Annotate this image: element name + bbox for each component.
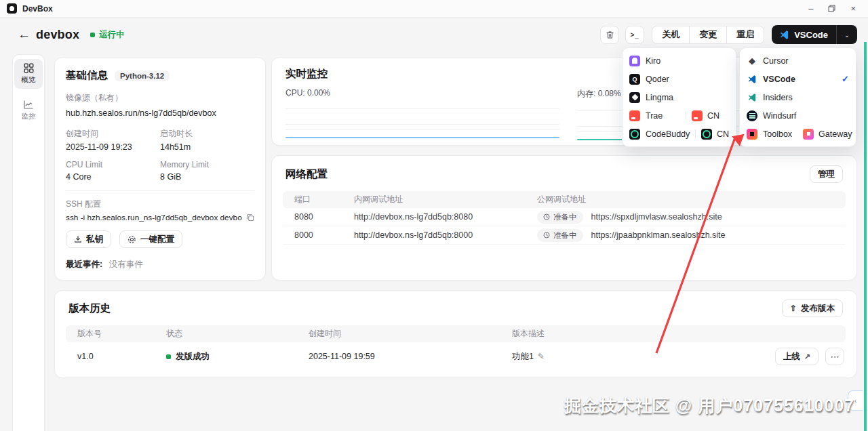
cpu-chart (285, 104, 559, 140)
menu-divider (695, 129, 696, 138)
menu-item-label: Lingma (646, 93, 673, 102)
menu-item-lingma[interactable]: Lingma (623, 88, 736, 106)
open-vscode-button[interactable]: VSCode (772, 25, 836, 44)
restart-button[interactable]: 重启 (726, 26, 764, 44)
menu-item-codebuddy[interactable]: CodeBuddy CN (623, 125, 736, 143)
image-source-value: hub.hzh.sealos.run/ns-lg7dd5qb/devbox (66, 108, 254, 118)
col-status: 状态 (166, 328, 309, 340)
codebuddy-cn-icon (701, 129, 712, 140)
menu-item-windsurf[interactable]: Windsurf (740, 106, 856, 125)
sidebar-item-monitoring[interactable]: 监控 (14, 96, 43, 125)
vscode-icon (779, 30, 789, 40)
network-row: 8000 http://devbox.ns-lg7dd5qb:8000 准备中 … (283, 226, 846, 245)
back-arrow-icon[interactable]: ← (18, 27, 31, 42)
recent-events: 最近事件: 没有事件 (66, 259, 143, 270)
ellipsis-icon: ⋯ (831, 352, 840, 362)
basic-info-card: 基础信息 Python-3.12 镜像源（私有） hub.hzh.sealos.… (54, 57, 266, 281)
version-value: v1.0 (66, 352, 166, 361)
terminal-button[interactable]: >_ (625, 26, 644, 44)
qoder-icon: Q (629, 74, 640, 85)
ide-dropdown-toggle[interactable]: ⌄ (837, 25, 857, 44)
version-description: 功能1 (512, 351, 534, 363)
clock-icon (543, 232, 550, 239)
release-version-label: 发布版本 (801, 303, 835, 314)
codebuddy-icon (629, 129, 640, 140)
menu-item-label: Cursor (763, 56, 789, 66)
cpu-monitor: CPU: 0.00% (285, 88, 559, 142)
release-version-button[interactable]: ⇧ 发布版本 (782, 300, 843, 317)
col-port: 端口 (283, 194, 354, 205)
check-icon: ✓ (842, 74, 849, 84)
network-row: 8080 http://devbox.ns-lg7dd5qb:8080 准备中 … (283, 208, 846, 226)
go-online-button[interactable]: 上线 ↗ (775, 348, 818, 365)
menu-item-label: Qoder (646, 75, 669, 84)
ssh-config-label: SSH 配置 (66, 199, 254, 210)
menu-item-label: CN (707, 111, 719, 121)
edit-description-icon[interactable]: ✎ (538, 352, 545, 361)
one-click-config-button[interactable]: 一键配置 (119, 230, 182, 248)
menu-item-label: Kiro (646, 56, 660, 66)
menu-item-label: Trae (646, 111, 663, 121)
cpu-chart-line (285, 137, 559, 138)
status-badge: 运行中 (90, 29, 125, 41)
lingma-icon (629, 92, 640, 103)
memory-limit-label: Memory Limit (160, 160, 254, 169)
status-text: 运行中 (99, 29, 125, 41)
col-internal: 内网调试地址 (354, 194, 537, 205)
internal-url[interactable]: http://devbox.ns-lg7dd5qb:8080 (354, 212, 537, 222)
menu-item-label: Gateway (818, 129, 852, 139)
shutdown-button[interactable]: 关机 (652, 26, 690, 44)
col-version: 版本号 (66, 328, 166, 340)
delete-button[interactable] (600, 26, 619, 44)
kiro-icon (629, 56, 640, 66)
ide-menu: ◆Cursor VSCode ✓ Insiders Windsurf Toolb… (739, 47, 856, 147)
internal-url[interactable]: http://devbox.ns-lg7dd5qb:8000 (354, 230, 537, 240)
close-button[interactable]: × (850, 4, 856, 13)
cpu-usage-label: CPU: 0.00% (285, 88, 559, 98)
gear-icon (127, 235, 136, 244)
header-actions: >_ 关机 变更 重启 VSCode ⌄ (600, 25, 857, 44)
menu-item-insiders[interactable]: Insiders (740, 88, 856, 106)
private-key-button[interactable]: 私钥 (66, 230, 111, 248)
menu-item-trae[interactable]: Trae CN (623, 106, 736, 125)
public-url[interactable]: https://spxdljmvlasw.sealoshzh.site (591, 212, 722, 222)
collapse-panel-toggle[interactable]: ‹ (848, 390, 863, 411)
network-card: 网络配置 管理 端口 内网调试地址 公网调试地址 8080 http://dev… (271, 155, 857, 281)
app-title: DevBox (22, 4, 53, 14)
trae-cn-icon (692, 110, 703, 121)
change-button[interactable]: 变更 (689, 26, 727, 44)
col-description: 版本描述 (512, 328, 846, 340)
public-url[interactable]: https://jpaabpnklman.sealoshzh.site (591, 230, 726, 240)
power-actions: 关机 变更 重启 (652, 26, 764, 44)
menu-item-toolbox[interactable]: Toolbox Gateway (740, 125, 856, 143)
manage-network-button[interactable]: 管理 (810, 165, 843, 183)
restore-button[interactable] (828, 5, 835, 12)
menu-divider (686, 111, 686, 120)
minimize-button[interactable]: – (808, 4, 813, 13)
status-dot (90, 33, 95, 37)
version-history-title: 版本历史 (68, 302, 111, 316)
more-actions-button[interactable]: ⋯ (825, 348, 844, 365)
ide-button-label: VSCode (794, 30, 828, 40)
menu-item-codebuddy-cn[interactable]: CN (701, 129, 729, 140)
menu-item-gateway[interactable]: Gateway (803, 129, 852, 140)
watermark-text: 掘金技术社区 @ 用户070755610007 (564, 394, 854, 417)
recent-events-label: 最近事件: (66, 260, 102, 269)
open-ide-split-button: VSCode ⌄ (772, 25, 857, 44)
titlebar: DevBox – × (0, 0, 868, 18)
menu-item-cursor[interactable]: ◆Cursor (740, 52, 856, 70)
menu-item-vscode[interactable]: VSCode ✓ (740, 70, 856, 88)
vscode-icon (747, 74, 757, 85)
overview-grid-icon (24, 63, 34, 73)
menu-item-label: Toolbox (763, 129, 792, 139)
private-key-label: 私钥 (86, 234, 103, 245)
menu-item-kiro[interactable]: Kiro (623, 52, 736, 70)
sidebar-item-overview[interactable]: 概览 (14, 59, 43, 89)
menu-item-qoder[interactable]: QQoder (623, 70, 736, 88)
sidebar-item-label: 监控 (22, 112, 36, 121)
copy-icon[interactable] (246, 213, 254, 222)
clock-icon (543, 213, 550, 220)
port-value: 8000 (283, 230, 354, 240)
menu-item-trae-cn[interactable]: CN (692, 110, 729, 121)
version-created-value: 2025-11-09 19:59 (309, 352, 512, 361)
